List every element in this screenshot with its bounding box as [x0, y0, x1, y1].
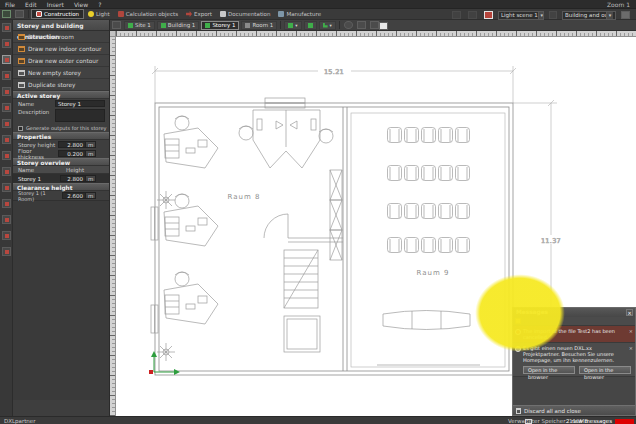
storey-button[interactable]: Storey 1	[201, 21, 239, 30]
palette-symbol-icon[interactable]	[2, 231, 11, 240]
new-messages-status[interactable]: 2 new messages	[566, 417, 612, 424]
palette-wall-icon[interactable]	[2, 23, 11, 32]
palette-section-icon[interactable]	[2, 183, 11, 192]
view-preset-select[interactable]: Building and outdoor pla... ▾	[562, 11, 616, 20]
undo-icon[interactable]	[15, 10, 24, 18]
palette-beam-icon[interactable]	[2, 151, 11, 160]
menu-bar: File Edit Insert View ? Zoom 1	[0, 0, 636, 9]
overview-row-height: 2.800	[60, 175, 86, 182]
menu-file[interactable]: File	[0, 0, 20, 9]
palette-window-icon[interactable]	[2, 119, 11, 128]
button-label: Building 1	[168, 22, 196, 28]
button-label: Storey 1	[212, 22, 235, 28]
menu-edit[interactable]: Edit	[20, 0, 42, 9]
sidebar-panel: Storey and building construction Draw ne…	[13, 20, 110, 416]
message-error-text: The import of the file Test2 has been ca…	[523, 328, 625, 340]
discard-all-button[interactable]: Discard all and close	[513, 405, 635, 415]
overview-col-name: Name	[18, 167, 66, 173]
action-duplicate-storey[interactable]: Duplicate storey	[13, 79, 109, 91]
vertical-tool-palette	[0, 20, 13, 416]
site-icon	[128, 23, 133, 28]
monitor-icon[interactable]	[379, 22, 388, 30]
storey-icon	[205, 23, 210, 28]
storey-height-field[interactable]: 2.800	[58, 141, 86, 148]
storey-overview-header: Storey overview	[13, 158, 109, 166]
tab-construction[interactable]: Construction	[31, 9, 84, 19]
tab-label: Documentation	[228, 11, 270, 17]
layer-button[interactable]	[304, 21, 317, 30]
menu-help[interactable]: ?	[93, 0, 106, 9]
description-label: Description	[18, 109, 55, 115]
room9-inner-wall	[351, 113, 505, 367]
tab-documentation[interactable]: Documentation	[216, 9, 274, 19]
storey-name-field[interactable]: Storey 1	[55, 100, 105, 107]
sidebar-title: Storey and building construction	[13, 20, 109, 31]
palette-column-icon[interactable]	[2, 87, 11, 96]
view-preset-value: Building and outdoor pla...	[565, 11, 606, 19]
measure-icon[interactable]	[370, 21, 379, 29]
svg-text:11.37: 11.37	[541, 237, 561, 245]
light-scene-select[interactable]: Light scene 1 ▾	[498, 11, 544, 20]
close-icon[interactable]: ×	[629, 345, 633, 351]
width-dimension: 15.21	[152, 66, 516, 103]
save-icon[interactable]	[2, 10, 11, 18]
description-field[interactable]	[55, 109, 105, 122]
palette-text-icon[interactable]	[2, 215, 11, 224]
action-draw-outer-contour[interactable]: Draw new outer contour	[13, 55, 109, 67]
palette-storey-icon[interactable]	[2, 55, 11, 64]
floor-thickness-field[interactable]: 0.200	[58, 150, 86, 157]
action-label: Duplicate storey	[28, 82, 76, 88]
layer-fill-button[interactable]: ▾	[284, 21, 301, 30]
vertical-ruler	[110, 37, 116, 416]
camera-icon[interactable]	[468, 11, 477, 19]
menu-insert[interactable]: Insert	[42, 0, 69, 9]
palette-stairs-icon[interactable]	[2, 103, 11, 112]
overview-row-storey1[interactable]: Storey 1 2.800 m	[13, 174, 109, 183]
double-workstation	[239, 110, 333, 168]
generate-outputs-checkbox[interactable]	[18, 126, 23, 131]
messages-panel: Messages × The import of the file Test2 …	[512, 307, 636, 416]
clearance-field[interactable]: 2.600	[62, 192, 86, 199]
building-button[interactable]: Building 1	[157, 21, 200, 30]
tab-light[interactable]: Light	[84, 9, 114, 19]
action-new-empty-storey[interactable]: New empty storey	[13, 67, 109, 79]
chair-rows	[388, 128, 470, 253]
palette-door-icon[interactable]	[2, 135, 11, 144]
room-icon	[245, 23, 250, 28]
site-button[interactable]: Site 1	[124, 21, 155, 30]
structure-icon[interactable]	[112, 21, 121, 29]
lamp-icon[interactable]	[484, 11, 493, 19]
close-icon[interactable]: ×	[626, 309, 633, 316]
light-icon	[88, 11, 94, 17]
close-icon[interactable]: ×	[629, 328, 633, 334]
gear-icon	[278, 11, 284, 17]
alert-indicator[interactable]	[615, 419, 634, 424]
messages-title: Messages	[516, 309, 548, 315]
open-browser-button[interactable]: Open in the browser	[579, 366, 631, 374]
filter-icon[interactable]	[515, 318, 521, 324]
tab-calculation-objects[interactable]: Calculation objects	[114, 9, 182, 19]
context-toolbar: Site 1 Building 1 Storey 1 Room 1 ▾ ▾	[110, 20, 636, 31]
tab-manufacture[interactable]: Manufacture	[274, 9, 325, 19]
menu-view[interactable]: View	[69, 0, 93, 9]
palette-roof-icon[interactable]	[2, 39, 11, 48]
chevron-down-icon: ▾	[538, 12, 544, 19]
open-browser-button[interactable]: Open in the browser	[523, 366, 575, 374]
storey-view-button[interactable]: ▾	[319, 21, 336, 30]
printer-icon[interactable]	[621, 11, 630, 19]
palette-dimension-icon[interactable]	[2, 199, 11, 208]
palette-measure-icon[interactable]	[2, 247, 11, 256]
action-draw-indoor-contour[interactable]: Draw new indoor contour	[13, 43, 109, 55]
apply-scene-icon[interactable]	[549, 11, 557, 19]
room-button[interactable]: Room 1	[241, 21, 277, 30]
crosshair-icon[interactable]	[344, 21, 353, 29]
palette-slab-icon[interactable]	[2, 71, 11, 80]
messages-title-bar: Messages ×	[513, 308, 635, 317]
unit-label: m	[86, 150, 96, 157]
palette-foundation-icon[interactable]	[2, 167, 11, 176]
square-table	[284, 316, 320, 352]
tab-export[interactable]: Export	[182, 9, 216, 19]
list-icon[interactable]	[357, 21, 366, 29]
sun-icon[interactable]	[452, 11, 461, 19]
outer-walls	[155, 103, 513, 375]
